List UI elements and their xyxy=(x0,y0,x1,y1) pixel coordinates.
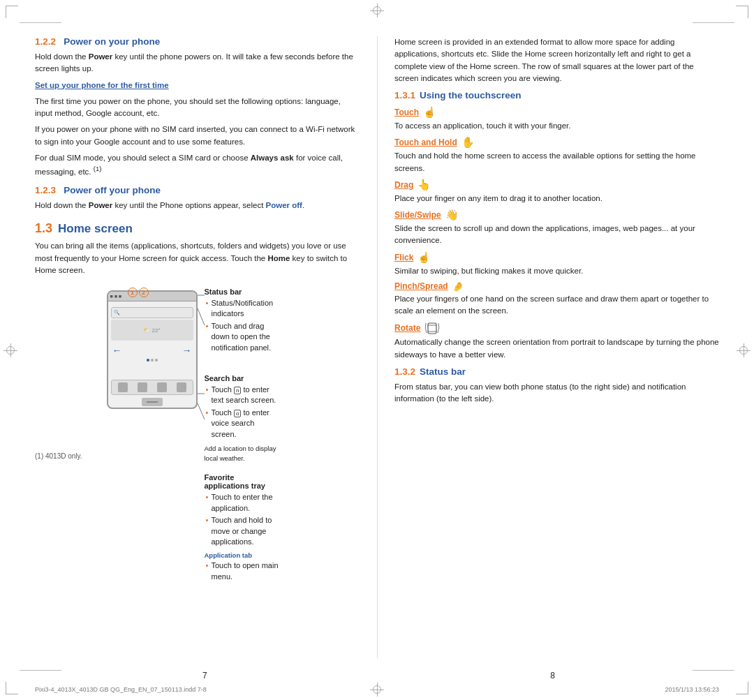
gesture-touchhold-body: Touch and hold the home screen to access… xyxy=(394,150,719,174)
gesture-swipe-body: Slide the screen to scroll up and down t… xyxy=(394,223,719,247)
section-131-title: Using the touchscreen xyxy=(420,90,522,100)
right-intro: Home screen is provided in an extended f… xyxy=(394,36,719,84)
bullet-status-1: Status/Notification indicators xyxy=(205,298,281,320)
corner-mark-tl xyxy=(6,6,18,18)
callout-2: 2 xyxy=(139,288,149,297)
bullet-fav-1: Touch to enter the application. xyxy=(205,492,281,514)
section-13-body: You can bring all the items (application… xyxy=(35,240,360,276)
rotate-icon xyxy=(424,321,440,335)
bullet-status-2: Touch and drag down to open the notifica… xyxy=(205,321,281,353)
reg-mark-top xyxy=(370,3,384,17)
section-123-heading: 1.2.3 Power off your phone xyxy=(35,185,360,195)
section-131: 1.3.1 Using the touchscreen Touch ☝ To a… xyxy=(394,90,719,361)
corner-mark-bl xyxy=(6,682,18,694)
footer-date: 2015/1/13 13:56:23 xyxy=(665,686,719,693)
h-rule-top-right xyxy=(693,22,734,23)
gesture-flick: Flick ☝ Similar to swiping, but flicking… xyxy=(394,251,719,277)
section-132: 1.3.2 Status bar From status bar, you ca… xyxy=(394,366,719,405)
bullet-search-2: Touch o to enter voice search screen. xyxy=(205,408,281,440)
section-122-heading: 1.2.2 Power on your phone xyxy=(35,36,360,47)
footer-file: Pixi3-4_4013X_4013D GB QG_Eng_EN_07_1501… xyxy=(35,686,207,693)
section-123: 1.2.3 Power off your phone Hold down the… xyxy=(35,185,360,211)
pinch-icon: 🤌 xyxy=(452,281,464,292)
footer: Pixi3-4_4013X_4013D GB QG_Eng_EN_07_1501… xyxy=(35,686,719,693)
h-rule-bottom-left xyxy=(20,670,61,671)
gesture-rotate-body: Automatically change the screen orientat… xyxy=(394,336,719,361)
gesture-flick-body: Similar to swiping, but flicking makes i… xyxy=(394,265,719,277)
section-122-number: 1.2.2 xyxy=(35,36,56,47)
reg-mark-left xyxy=(3,343,17,357)
gesture-pinch: Pinch/Spread 🤌 Place your fingers of one… xyxy=(394,281,719,318)
section-13-number: 1.3 xyxy=(35,221,52,236)
flick-icon: ☝ xyxy=(417,251,431,264)
svg-line-3 xyxy=(198,403,205,419)
label-weather: Add a location to display local weather. xyxy=(205,444,281,464)
gesture-rotate: Rotate Automatically change the screen o… xyxy=(394,321,719,361)
touchhold-icon: ✋ xyxy=(461,136,475,149)
svg-line-1 xyxy=(198,308,205,325)
h-rule-bottom-right xyxy=(693,670,734,671)
label-fav-tray: Favorite applications tray xyxy=(205,473,265,490)
drag-icon: 👆 xyxy=(417,179,431,191)
right-page-number: 8 xyxy=(550,671,555,680)
gesture-touch: Touch ☝ To access an application, touch … xyxy=(394,106,719,132)
gesture-drag: Drag 👆 Place your finger on any item to … xyxy=(394,179,719,204)
section-122-body2: The first time you power on the phone, y… xyxy=(35,96,360,120)
bullet-app-1: Touch to open main menu. xyxy=(205,560,281,582)
callout-1: 1 xyxy=(128,288,138,297)
section-13: 1.3 Home screen You can bring all the it… xyxy=(35,221,360,461)
left-page-number: 7 xyxy=(202,671,207,680)
gesture-swipe: Slide/Swipe 👋 Slide the screen to scroll… xyxy=(394,209,719,247)
diagram: ■ ■ ■ 🔍 ⛅ 22° ← → xyxy=(35,283,360,444)
gesture-flick-heading: Flick xyxy=(394,253,413,262)
section-131-number: 1.3.1 xyxy=(394,90,415,100)
section-123-body: Hold down the Power key until the Phone … xyxy=(35,200,360,211)
content-area: 1.2.2 Power on your phone Hold down the … xyxy=(35,36,719,658)
svg-rect-4 xyxy=(428,323,436,334)
corner-mark-br xyxy=(736,682,748,694)
gesture-rotate-heading: Rotate xyxy=(394,323,420,333)
label-app-tab: Application tab xyxy=(205,551,253,559)
gesture-touchhold-heading: Touch and Hold xyxy=(394,137,457,147)
bullet-search-1: Touch n to enter text search screen. xyxy=(205,385,281,406)
h-rule-top-left xyxy=(20,22,61,23)
section-122-body1: Hold down the Power key until the phone … xyxy=(35,51,360,75)
corner-mark-tr xyxy=(736,6,748,18)
section-132-body: From status bar, you can view both phone… xyxy=(394,381,719,405)
setup-link[interactable]: Set up your phone for the first time xyxy=(35,81,169,89)
footnote: (1) 4013D only. xyxy=(35,451,360,461)
gesture-pinch-heading: Pinch/Spread xyxy=(394,281,448,291)
section-13-title: Home screen xyxy=(58,222,133,236)
section-132-number: 1.3.2 xyxy=(394,366,415,377)
gesture-pinch-body: Place your fingers of one hand on the sc… xyxy=(394,293,719,318)
touch-icon: ☝ xyxy=(423,106,436,119)
gesture-touch-heading: Touch xyxy=(394,107,419,117)
right-column: Home screen is provided in an extended f… xyxy=(387,36,719,658)
gesture-touch-body: To access an application, touch it with … xyxy=(394,120,719,132)
bullet-fav-2: Touch and hold to move or change applica… xyxy=(205,515,281,547)
left-column: 1.2.2 Power on your phone Hold down the … xyxy=(35,36,367,658)
gesture-touchhold: Touch and Hold ✋ Touch and hold the home… xyxy=(394,136,719,174)
section-132-title: Status bar xyxy=(420,366,466,377)
gesture-swipe-heading: Slide/Swipe xyxy=(394,210,441,220)
reg-mark-right xyxy=(737,343,751,357)
swipe-icon: 👋 xyxy=(445,209,459,221)
label-status-bar: Status bar xyxy=(205,288,242,296)
section-123-number: 1.2.3 xyxy=(35,185,56,195)
gesture-drag-body: Place your finger on any item to drag it… xyxy=(394,193,719,204)
section-122-body3: If you power on your phone with no SIM c… xyxy=(35,124,360,148)
label-search-bar: Search bar xyxy=(205,374,244,382)
section-122-body4: For dual SIM mode, you should select a S… xyxy=(35,152,360,178)
section-122: 1.2.2 Power on your phone Hold down the … xyxy=(35,36,360,178)
gesture-drag-heading: Drag xyxy=(394,180,413,190)
